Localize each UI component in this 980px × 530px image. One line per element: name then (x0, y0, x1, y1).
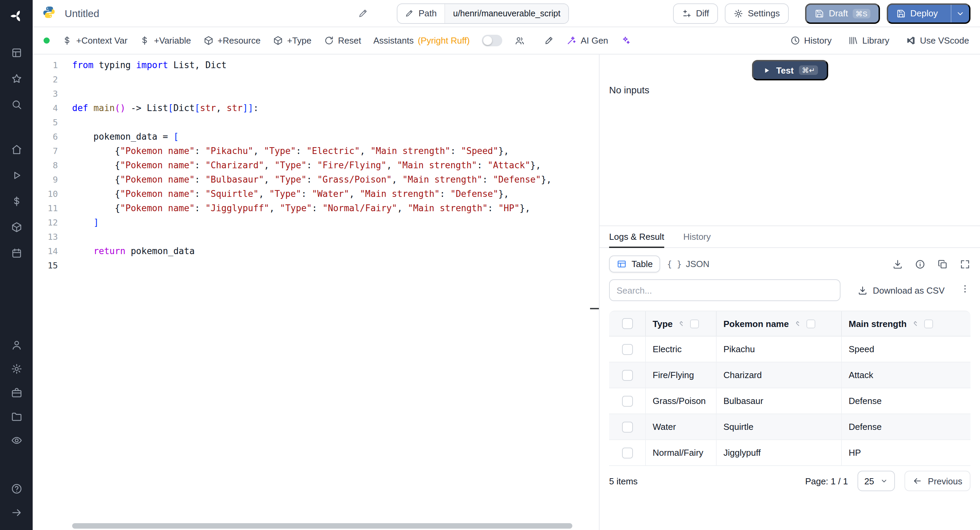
draft-button[interactable]: Draft ⌘S (805, 3, 880, 24)
code-line[interactable] (72, 72, 599, 86)
tab-logs-result[interactable]: Logs & Result (609, 231, 664, 247)
add-variable-button[interactable]: +Variable (140, 35, 191, 46)
sidebar-help-button[interactable] (0, 477, 33, 501)
sidebar-eye-button[interactable] (0, 428, 33, 452)
copy-icon[interactable] (937, 259, 948, 270)
code-editor[interactable]: 123456789101112131415 from typing import… (33, 54, 599, 530)
kebab-menu[interactable] (959, 283, 970, 297)
code-line[interactable]: {"Pokemon name": "Squirtle", "Type": "Wa… (72, 187, 599, 201)
sidebar-calendar-button[interactable] (0, 240, 33, 266)
table-row[interactable]: WaterSquirtleDefense (609, 414, 970, 440)
sidebar-gear-button[interactable] (0, 357, 33, 381)
search-icon (11, 99, 22, 110)
code-line[interactable]: {"Pokemon name": "Bulbasaur", "Type": "G… (72, 172, 599, 187)
sidebar-arrow-right-button[interactable] (0, 501, 33, 525)
search-input[interactable] (609, 279, 840, 301)
sidebar-star-button[interactable] (0, 65, 33, 91)
status-dot (43, 37, 50, 44)
multiplayer-button[interactable] (514, 35, 525, 46)
sidebar-cube-button[interactable] (0, 214, 33, 240)
code-line[interactable] (72, 115, 599, 129)
draft-shortcut: ⌘S (853, 8, 870, 18)
column-header[interactable]: Pokemon name (717, 311, 842, 336)
table-row[interactable]: Grass/PoisonBulbasaurDefense (609, 388, 970, 414)
ai-gen-button[interactable]: AI Gen (566, 35, 608, 46)
deploy-button[interactable]: Deploy (886, 3, 970, 24)
format-button[interactable] (544, 35, 554, 46)
sort-icon[interactable] (911, 319, 920, 328)
page-size-value: 25 (864, 476, 874, 486)
code-line[interactable]: {"Pokemon name": "Charizard", "Type": "F… (72, 158, 599, 172)
code-line[interactable] (72, 86, 599, 101)
path-control[interactable]: Path u/henri/maneuverable_script (397, 3, 569, 24)
sort-icon[interactable] (794, 319, 802, 328)
code-line[interactable]: from typing import List, Dict (72, 58, 599, 72)
view-toggle-table[interactable]: Table (609, 255, 660, 273)
row-checkbox[interactable] (622, 344, 633, 354)
test-button[interactable]: Test ⌘↵ (752, 60, 828, 80)
code-line[interactable]: return pokemon_data (72, 244, 599, 258)
table-row[interactable]: ElectricPikachuSpeed (609, 337, 970, 362)
kebab-icon (959, 283, 970, 294)
library-button[interactable]: Library (848, 35, 889, 46)
use-vscode-button[interactable]: Use VScode (905, 35, 969, 46)
path-value[interactable]: u/henri/maneuverable_script (445, 4, 569, 23)
sidebar-user-button[interactable] (0, 333, 33, 357)
row-checkbox[interactable] (622, 447, 633, 458)
column-filter-box[interactable] (924, 319, 933, 328)
table-cell: Normal/Fairy (646, 440, 717, 465)
sidebar-dollar-button[interactable] (0, 188, 33, 214)
sidebar-play-button[interactable] (0, 162, 33, 188)
sidebar-search-button[interactable] (0, 91, 33, 117)
code-line[interactable]: def main() -> List[Dict[str, str]]: (72, 101, 599, 115)
windmill-logo[interactable] (0, 0, 33, 31)
row-checkbox[interactable] (622, 370, 633, 380)
history-button[interactable]: History (790, 35, 832, 46)
row-checkbox[interactable] (622, 396, 633, 406)
column-header[interactable]: Main strength (842, 311, 970, 336)
download-csv-button[interactable]: Download as CSV (857, 285, 945, 295)
column-header[interactable]: Type (646, 311, 717, 336)
settings-button[interactable]: Settings (725, 3, 789, 24)
code-lines[interactable]: from typing import List, Dictdef main() … (63, 58, 599, 530)
select-all-checkbox[interactable] (622, 318, 633, 329)
sidebar-briefcase-button[interactable] (0, 381, 33, 405)
table-row[interactable]: Normal/FairyJigglypuffHP (609, 440, 970, 466)
add-type-button[interactable]: +Type (273, 35, 312, 46)
row-checkbox[interactable] (622, 421, 633, 432)
sort-icon[interactable] (678, 319, 686, 328)
deploy-main[interactable]: Deploy (888, 3, 946, 24)
column-filter-box[interactable] (690, 319, 699, 328)
code-line[interactable]: ] (72, 215, 599, 230)
code-line[interactable] (72, 230, 599, 244)
code-line[interactable] (72, 258, 599, 273)
diff-button[interactable]: Diff (673, 3, 718, 24)
tab-history[interactable]: History (683, 231, 711, 247)
line-number: 2 (33, 72, 63, 86)
reset-button[interactable]: Reset (324, 35, 361, 46)
add-context-var-button[interactable]: +Context Var (62, 35, 127, 46)
table-row[interactable]: Fire/FlyingCharizardAttack (609, 362, 970, 388)
info-icon[interactable] (915, 259, 926, 270)
sparkles-button[interactable] (620, 35, 630, 46)
previous-page-button[interactable]: Previous (905, 471, 970, 491)
add-resource-button[interactable]: +Resource (203, 35, 260, 46)
sidebar-grid-button[interactable] (0, 40, 33, 65)
horizontal-scrollbar[interactable] (72, 523, 572, 528)
download-icon[interactable] (892, 259, 903, 270)
column-filter-box[interactable] (807, 319, 815, 328)
edit-summary-icon[interactable] (358, 8, 368, 18)
assistants-control[interactable]: Assistants (Pyright Ruff) (373, 35, 469, 46)
expand-icon[interactable] (959, 259, 970, 270)
code-line[interactable]: {"Pokemon name": "Pikachu", "Type": "Ele… (72, 144, 599, 158)
code-line[interactable]: {"Pokemon name": "Jigglypuff", "Type": "… (72, 201, 599, 215)
deploy-dropdown[interactable] (951, 3, 969, 24)
download-csv-label: Download as CSV (873, 285, 945, 295)
sidebar-folder-button[interactable] (0, 405, 33, 428)
view-toggle-json[interactable]: { } JSON (660, 256, 716, 272)
sidebar-home-button[interactable] (0, 136, 33, 162)
page-size-select[interactable]: 25 (858, 471, 895, 491)
code-line[interactable]: pokemon_data = [ (72, 129, 599, 144)
assistants-toggle[interactable] (482, 35, 502, 46)
path-label-segment[interactable]: Path (398, 4, 445, 23)
